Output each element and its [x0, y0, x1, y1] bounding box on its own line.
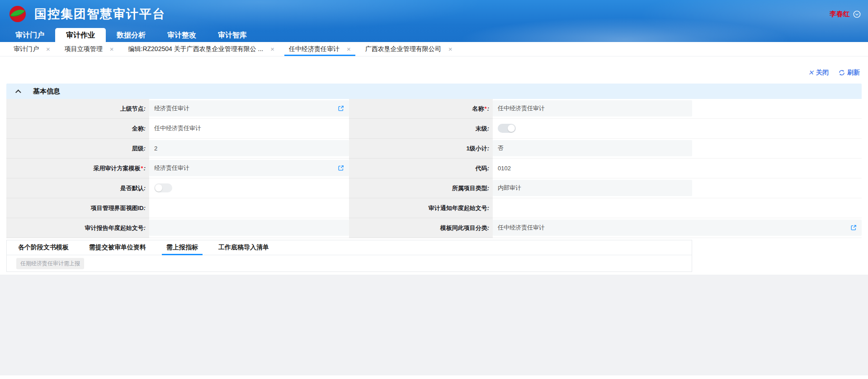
field-input[interactable]: 内部审计 [493, 180, 692, 196]
external-link-icon[interactable] [338, 165, 344, 171]
field-value-cell: 0102 [493, 159, 692, 178]
field-label: 层级 [6, 139, 149, 159]
nav-tab[interactable]: 审计作业 [55, 28, 106, 42]
form-row: 项目管理界面视图ID [6, 198, 349, 218]
chevron-down-icon[interactable] [853, 10, 861, 18]
basic-info-form: 上级节点 经济责任审计 [6, 99, 862, 238]
form-row: 层级 2 [6, 139, 349, 159]
field-label: 上级节点 [6, 99, 149, 119]
form-row: 全称 任中经济责任审计 [6, 119, 349, 139]
field-input[interactable]: 任中经济责任审计 [149, 120, 349, 136]
field-input[interactable]: 0102 [493, 160, 692, 176]
required-asterisk [141, 165, 143, 172]
toggle-switch[interactable] [498, 124, 516, 133]
user-name: 李春红 [830, 10, 850, 19]
app-header: 国控集团智慧审计平台 李春红 审计门户 审计作业 数据分析 [0, 0, 868, 42]
field-input[interactable]: 任中经济责任审计 [493, 220, 862, 236]
required-asterisk [485, 105, 487, 112]
bottom-strip [0, 375, 868, 379]
collapse-caret-icon [15, 89, 21, 95]
field-label: 是否默认 [6, 178, 149, 198]
form-row: 代码 0102 [349, 159, 862, 178]
close-tab-icon[interactable] [448, 46, 453, 52]
workspace-tab[interactable]: 项目立项管理 [57, 42, 121, 56]
field-input[interactable] [149, 200, 349, 216]
form-row: 所属项目类型 内部审计 [349, 178, 862, 198]
workspace-tabbar: 审计门户 项目立项管理 编辑:RZ202504 关于广西农垦企业管理有限公 ..… [0, 42, 868, 56]
form-row: 末级 [349, 119, 862, 139]
field-input[interactable] [149, 220, 349, 236]
refresh-page-button[interactable]: 刷新 [839, 69, 860, 77]
field-value-cell: 经济责任审计 [149, 159, 349, 178]
field-value-cell: 经济责任审计 [149, 99, 349, 119]
close-page-button[interactable]: 关闭 [808, 69, 829, 77]
report-indicator-chip[interactable]: 任期经济责任审计需上报 [16, 258, 84, 269]
form-row: 1级小计 否 [349, 139, 862, 159]
close-tab-icon[interactable] [46, 46, 50, 52]
close-tab-icon[interactable] [270, 46, 274, 52]
detail-tab[interactable]: 需提交被审单位资料 [87, 240, 148, 255]
form-row: 名称 任中经济责任审计 [349, 99, 862, 119]
workspace-tab[interactable]: 任中经济责任审计 [282, 42, 358, 56]
form-column-right: 名称 任中经济责任审计 [349, 99, 862, 238]
form-column-left: 上级节点 经济责任审计 [6, 99, 349, 238]
basic-info-panel: 基本信息 上级节点 经济责任审计 [6, 84, 862, 238]
field-value-cell: 2 [149, 139, 349, 159]
field-input[interactable]: 否 [493, 140, 692, 156]
main-nav: 审计门户 审计作业 数据分析 审计整改 审计智库 [0, 28, 868, 42]
nav-tab[interactable]: 审计整改 [156, 28, 207, 42]
field-label: 末级 [349, 119, 493, 139]
field-input[interactable]: 经济责任审计 [149, 160, 349, 176]
external-link-icon[interactable] [338, 105, 344, 112]
user-menu[interactable]: 李春红 [830, 10, 861, 19]
close-icon [808, 69, 814, 77]
field-input[interactable]: 任中经济责任审计 [493, 100, 692, 117]
workspace-tab[interactable]: 编辑:RZ202504 关于广西农垦企业管理有限公 ... [121, 42, 282, 56]
field-input[interactable]: 经济责任审计 [149, 100, 349, 117]
close-tab-icon[interactable] [110, 46, 114, 52]
field-label: 所属项目类型 [349, 178, 493, 198]
field-input[interactable] [493, 120, 692, 136]
field-label: 1级小计 [349, 139, 493, 159]
panel-title: 基本信息 [33, 87, 60, 96]
detail-tab[interactable]: 各个阶段文书模板 [16, 240, 71, 255]
close-tab-icon[interactable] [347, 46, 351, 52]
field-label: 全称 [6, 119, 149, 139]
toggle-switch[interactable] [154, 183, 172, 192]
field-value-cell: 任中经济责任审计 [149, 119, 349, 139]
page-background [0, 275, 868, 375]
field-input[interactable] [493, 200, 692, 216]
refresh-icon [839, 70, 845, 76]
field-label: 审计通知年度起始文号 [349, 198, 493, 218]
basic-info-panel-header[interactable]: 基本信息 [6, 84, 862, 99]
field-label: 模板同此项目分类 [349, 218, 493, 238]
form-row: 模板同此项目分类 任中经济责任审计 [349, 218, 862, 238]
nav-tab[interactable]: 数据分析 [106, 28, 156, 42]
field-value-cell: 否 [493, 139, 692, 159]
field-label: 项目管理界面视图ID [6, 198, 149, 218]
page-toolbar: 关闭 刷新 [6, 56, 862, 84]
field-label: 审计报告年度起始文号 [6, 218, 149, 238]
field-value-cell: 任中经济责任审计 [493, 99, 692, 119]
field-value-cell [493, 119, 692, 139]
field-input[interactable] [149, 180, 349, 196]
workspace-tab[interactable]: 审计门户 [6, 42, 57, 56]
form-row: 是否默认 [6, 178, 349, 198]
main-content: 关闭 刷新 基本信息 [0, 56, 868, 275]
form-row: 上级节点 经济责任审计 [6, 99, 349, 119]
field-value-cell: 内部审计 [493, 178, 692, 198]
field-value-cell: 任中经济责任审计 [493, 218, 862, 238]
field-value-cell [149, 178, 349, 198]
external-link-icon[interactable] [850, 225, 857, 231]
detail-tab[interactable]: 需上报指标 [165, 240, 200, 255]
detail-tab[interactable]: 工作底稿导入清单 [217, 240, 271, 255]
field-input[interactable]: 2 [149, 140, 349, 156]
detail-tabs: 各个阶段文书模板 需提交被审单位资料 需上报指标 工作底稿导入清单 [7, 240, 692, 255]
nav-tab[interactable]: 审计智库 [207, 28, 258, 42]
workspace-tab[interactable]: 广西农垦企业管理有限公司 [358, 42, 460, 56]
field-value-cell [149, 198, 349, 218]
page-title: 国控集团智慧审计平台 [34, 6, 165, 22]
detail-tab-content: 任期经济责任审计需上报 [7, 255, 692, 271]
detail-section: 各个阶段文书模板 需提交被审单位资料 需上报指标 工作底稿导入清单 任期经济责任… [6, 240, 692, 272]
nav-tab[interactable]: 审计门户 [5, 28, 55, 42]
